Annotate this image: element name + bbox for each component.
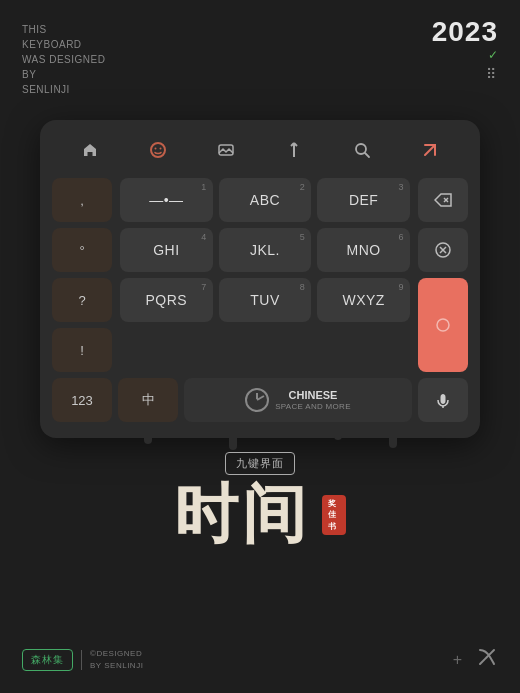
keys-area: , ° ? ! 1 —•— 2 ABC 3 DEF [52,178,468,372]
svg-point-2 [160,148,162,150]
add-button[interactable]: + [453,651,462,669]
svg-point-14 [437,319,449,331]
key-1[interactable]: 1 —•— [120,178,213,222]
footer-icons: + [453,646,498,673]
footer-left: 森林集 ©DESIGNED BY SENLINJI [22,648,143,672]
checkmark-icon: ✓ [432,48,498,62]
mic-key[interactable] [418,378,468,422]
backspace-key[interactable] [418,178,468,222]
key-5[interactable]: 5 JKL. [219,228,312,272]
degree-key[interactable]: ° [52,228,112,272]
cursor-icon[interactable] [278,134,310,166]
space-label: CHINESE SPACE AND MORE [275,389,351,412]
main-chinese-chars: 时间 奖 佳 书 [174,483,346,547]
app-tagline: THIS KEYBOARD WAS DESIGNED BY SENLINJI [22,22,105,97]
image-icon[interactable] [210,134,242,166]
key-9[interactable]: 9 WXYZ [317,278,410,322]
circle-x-key[interactable] [418,228,468,272]
special-keys-col: , ° ? ! [52,178,112,372]
key-3[interactable]: 3 DEF [317,178,410,222]
enter-key[interactable] [418,278,468,372]
key-2[interactable]: 2 ABC [219,178,312,222]
keyboard-panel: , ° ? ! 1 —•— 2 ABC 3 DEF [40,120,480,438]
nine-key-badge: 九键界面 [225,452,295,475]
key-row-3: 7 PQRS 8 TUV 9 WXYZ [120,278,410,322]
key-4[interactable]: 4 GHI [120,228,213,272]
question-key[interactable]: ? [52,278,112,322]
year-block: 2023 ✓ ⠿ [432,18,498,82]
key-row-1: 1 —•— 2 ABC 3 DEF [120,178,410,222]
brand-badge: 森林集 [22,649,73,671]
clock-icon [245,388,269,412]
svg-point-1 [155,148,157,150]
award-badge: 奖 佳 书 [322,495,346,535]
grid-dots-icon: ⠿ [432,66,498,82]
exclaim-key[interactable]: ! [52,328,112,372]
spacebar[interactable]: CHINESE SPACE AND MORE [184,378,412,422]
key-8[interactable]: 8 TUV [219,278,312,322]
key-6[interactable]: 6 MNO [317,228,410,272]
year-label: 2023 [432,18,498,46]
drip-decoration [40,430,480,450]
footer: 森林集 ©DESIGNED BY SENLINJI + [22,646,498,673]
toolbar-row [52,134,468,166]
key-row-2: 4 GHI 5 JKL. 6 MNO [120,228,410,272]
num-key[interactable]: 123 [52,378,112,422]
footer-divider [81,650,82,670]
home-icon[interactable] [74,134,106,166]
bottom-content: 九键界面 时间 奖 佳 书 [0,452,520,547]
main-key-grid: 1 —•— 2 ABC 3 DEF 4 GHI 5 [120,178,410,372]
svg-line-8 [365,153,369,157]
senlin-logo-icon [476,646,498,673]
svg-point-0 [151,143,165,157]
search-icon[interactable] [346,134,378,166]
smiley-icon[interactable] [142,134,174,166]
arrow-corner-icon[interactable] [414,134,446,166]
action-keys-col [418,178,468,372]
bottom-row: 123 中 CHINESE SPACE AND MORE [52,378,468,422]
designed-text: ©DESIGNED BY SENLINJI [90,648,143,672]
comma-key[interactable]: , [52,178,112,222]
key-7[interactable]: 7 PQRS [120,278,213,322]
chinese-switch-key[interactable]: 中 [118,378,178,422]
